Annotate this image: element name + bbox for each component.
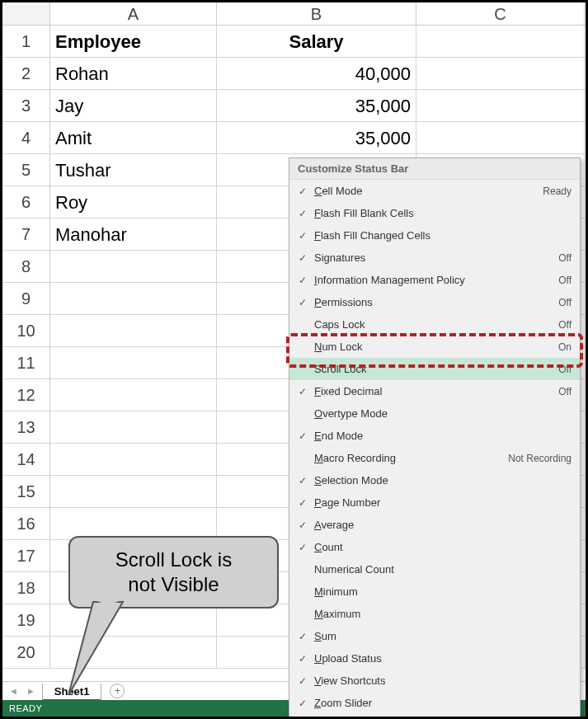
row-header[interactable]: 16: [2, 508, 50, 539]
cell-A16[interactable]: [50, 508, 217, 539]
menu-item-count[interactable]: ✓Count: [289, 536, 580, 558]
menu-item-overtype-mode[interactable]: Overtype Mode: [289, 402, 580, 425]
menu-item-end-mode[interactable]: ✓End Mode: [289, 425, 580, 447]
row-header[interactable]: 2: [2, 58, 50, 89]
row-header[interactable]: 5: [2, 154, 50, 186]
add-sheet-button[interactable]: +: [110, 684, 125, 698]
row-header[interactable]: 19: [2, 604, 50, 636]
table-row: 4Amit35,000: [2, 122, 586, 154]
cell-B3[interactable]: 35,000: [217, 90, 416, 121]
cell-A10[interactable]: [50, 315, 217, 346]
menu-item-flash-fill-changed-cells[interactable]: ✓Flash Fill Changed Cells: [289, 224, 580, 247]
menu-item-upload-status[interactable]: ✓Upload Status: [289, 647, 580, 670]
row-header[interactable]: 20: [2, 637, 50, 668]
row-header[interactable]: 14: [2, 444, 50, 475]
prev-sheet-icon[interactable]: ◄: [9, 686, 18, 696]
menu-item-page-number[interactable]: ✓Page Number: [289, 491, 580, 514]
cell-A15[interactable]: [50, 476, 217, 507]
cell-B2[interactable]: 40,000: [217, 58, 416, 89]
row-header[interactable]: 8: [2, 251, 50, 282]
select-all-corner[interactable]: [2, 2, 50, 25]
cell-C4[interactable]: [416, 122, 585, 153]
row-header[interactable]: 18: [2, 572, 50, 604]
cell-A9[interactable]: [50, 283, 217, 314]
menu-item-minimum[interactable]: Minimum: [289, 580, 580, 603]
menu-item-fixed-decimal[interactable]: ✓Fixed DecimalOff: [289, 380, 580, 402]
menu-item-maximum[interactable]: Maximum: [289, 603, 580, 625]
cell-A8[interactable]: [50, 251, 217, 282]
menu-item-scroll-lock[interactable]: Scroll LockOff: [289, 358, 580, 380]
cell-A3[interactable]: Jay: [50, 90, 217, 121]
cell-C1[interactable]: [416, 26, 585, 57]
menu-item-macro-recording[interactable]: Macro RecordingNot Recording: [289, 447, 580, 469]
menu-item-label: Upload Status: [311, 652, 572, 665]
cell-A19[interactable]: [50, 604, 217, 636]
cell-B1[interactable]: Salary: [217, 26, 416, 57]
menu-item-numerical-count[interactable]: Numerical Count: [289, 558, 580, 580]
menu-item-zoom[interactable]: ✓Zoom190%: [289, 714, 580, 719]
next-sheet-icon[interactable]: ►: [26, 686, 35, 696]
row-header[interactable]: 6: [2, 186, 50, 218]
table-row: 3Jay35,000: [2, 90, 586, 122]
menu-item-cell-mode[interactable]: ✓Cell ModeReady: [289, 180, 580, 202]
row-header[interactable]: 17: [2, 540, 50, 571]
callout-text: Scroll Lock is not Visible: [68, 536, 279, 609]
row-header[interactable]: 11: [2, 347, 50, 378]
cell-A20[interactable]: [50, 637, 217, 668]
row-header[interactable]: 1: [2, 26, 50, 57]
menu-item-label: Selection Mode: [311, 474, 572, 486]
check-icon: ✓: [294, 519, 311, 531]
cell-A14[interactable]: [50, 444, 217, 475]
menu-item-average[interactable]: ✓Average: [289, 514, 580, 536]
row-header[interactable]: 3: [2, 90, 50, 121]
menu-item-label: Macro Recording: [311, 452, 508, 464]
menu-item-selection-mode[interactable]: ✓Selection Mode: [289, 469, 580, 491]
row-header[interactable]: 15: [2, 476, 50, 507]
menu-item-flash-fill-blank-cells[interactable]: ✓Flash Fill Blank Cells: [289, 202, 580, 224]
sheet-nav-arrows: ◄ ►: [2, 686, 42, 696]
row-header[interactable]: 12: [2, 379, 50, 411]
cell-A12[interactable]: [50, 379, 217, 411]
check-icon: ✓: [294, 386, 311, 397]
cell-C3[interactable]: [416, 90, 585, 121]
menu-item-label: Information Management Policy: [311, 274, 558, 286]
callout-line2: not Visible: [128, 573, 219, 595]
col-header-C[interactable]: C: [416, 2, 585, 25]
menu-item-num-lock[interactable]: Num LockOn: [289, 336, 580, 358]
row-header[interactable]: 10: [2, 315, 50, 346]
row-header[interactable]: 4: [2, 122, 50, 153]
menu-item-information-management-policy[interactable]: ✓Information Management PolicyOff: [289, 269, 580, 291]
check-icon: ✓: [294, 497, 311, 509]
sheet-tab-active[interactable]: Sheet1: [42, 684, 102, 701]
cell-A1[interactable]: Employee: [50, 26, 217, 57]
row-header[interactable]: 9: [2, 283, 50, 314]
row-header[interactable]: 13: [2, 411, 50, 443]
cell-A7[interactable]: Manohar: [50, 219, 217, 250]
menu-item-label: Maximum: [311, 608, 572, 620]
cell-A6[interactable]: Roy: [50, 186, 217, 218]
menu-item-view-shortcuts[interactable]: ✓View Shortcuts: [289, 670, 580, 692]
callout-line1: Scroll Lock is: [115, 548, 232, 571]
cell-A2[interactable]: Rohan: [50, 58, 217, 89]
cell-A13[interactable]: [50, 411, 217, 443]
row-header[interactable]: 7: [2, 219, 50, 250]
cell-A5[interactable]: Tushar: [50, 154, 217, 186]
check-icon: ✓: [294, 698, 311, 709]
cell-B4[interactable]: 35,000: [217, 122, 416, 153]
menu-item-label: Signatures: [311, 251, 558, 264]
menu-item-signatures[interactable]: ✓SignaturesOff: [289, 247, 580, 269]
cell-A4[interactable]: Amit: [50, 122, 217, 153]
col-header-A[interactable]: A: [50, 2, 217, 25]
col-header-B[interactable]: B: [217, 2, 416, 25]
menu-item-label: Caps Lock: [311, 318, 558, 331]
cell-A11[interactable]: [50, 347, 217, 378]
menu-item-zoom-slider[interactable]: ✓Zoom Slider: [289, 692, 580, 714]
cell-C2[interactable]: [416, 58, 585, 89]
menu-item-caps-lock[interactable]: Caps LockOff: [289, 313, 580, 336]
menu-item-permissions[interactable]: ✓PermissionsOff: [289, 291, 580, 313]
check-icon: ✓: [294, 208, 311, 219]
menu-item-sum[interactable]: ✓Sum: [289, 625, 580, 647]
menu-item-label: Fixed Decimal: [311, 385, 558, 397]
menu-item-label: Flash Fill Changed Cells: [311, 229, 572, 242]
check-icon: ✓: [294, 252, 311, 264]
